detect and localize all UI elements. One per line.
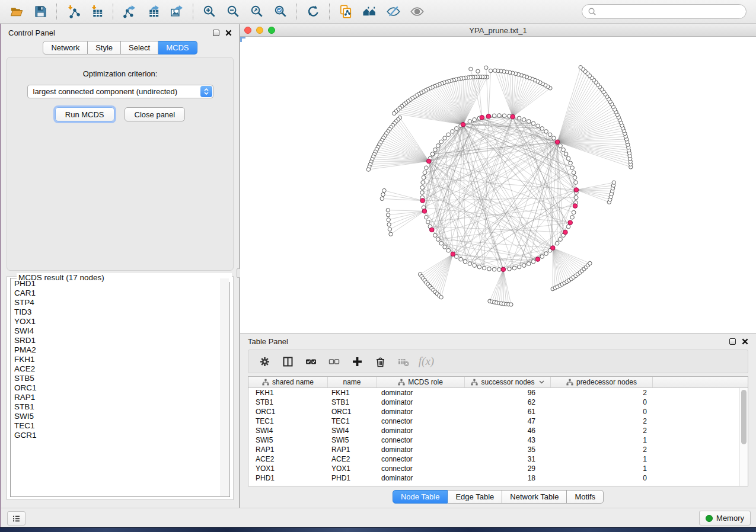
export-network-button[interactable] xyxy=(117,2,141,22)
table-cell: ORC1 xyxy=(328,408,377,416)
mcds-node-item[interactable]: ACE2 xyxy=(14,364,217,374)
table-cell: dominator xyxy=(377,474,465,482)
search-input[interactable] xyxy=(599,7,741,16)
table-cell: TEC1 xyxy=(248,417,328,425)
mcds-node-item[interactable]: CAR1 xyxy=(14,289,217,298)
table-scrollbar[interactable] xyxy=(739,388,748,486)
table-cell: YOX1 xyxy=(328,464,377,473)
table-cell: STB1 xyxy=(248,398,328,406)
table-cell: FKH1 xyxy=(248,389,328,397)
network-graph xyxy=(240,37,755,332)
float-panel-icon[interactable] xyxy=(213,30,219,36)
mcds-node-item[interactable]: SRD1 xyxy=(14,336,217,345)
mcds-node-item[interactable]: STB1 xyxy=(14,402,217,412)
split-panel-button[interactable] xyxy=(279,352,296,370)
table-cell: 1 xyxy=(551,464,653,473)
table-row[interactable]: RAP1RAP1dominator352 xyxy=(248,445,748,454)
table-cell: dominator xyxy=(377,427,465,435)
tab-mcds[interactable]: MCDS xyxy=(158,41,197,55)
network-window-titlebar[interactable]: YPA_prune.txt_1 xyxy=(240,24,756,37)
table-cell: 0 xyxy=(551,474,653,482)
toolbar-separator xyxy=(296,4,297,20)
column-header-MCDS-role[interactable]: MCDS role xyxy=(377,377,465,387)
hide-columns-button[interactable] xyxy=(325,352,343,370)
table-tab-node-table[interactable]: Node Table xyxy=(393,490,448,504)
delete-column-button[interactable] xyxy=(371,352,389,370)
export-table-button[interactable] xyxy=(141,2,165,22)
zoom-selected-button[interactable] xyxy=(269,2,292,22)
table-tab-edge-table[interactable]: Edge Table xyxy=(448,490,502,504)
table-tab-motifs[interactable]: Motifs xyxy=(567,490,604,504)
open-file-button[interactable] xyxy=(5,2,28,22)
mcds-node-item[interactable]: ORC1 xyxy=(14,383,217,393)
show-all-button[interactable] xyxy=(405,2,429,22)
mcds-node-item[interactable]: YOX1 xyxy=(14,317,217,326)
table-row[interactable]: YOX1YOX1connector291 xyxy=(248,464,748,473)
zoom-fit-button[interactable] xyxy=(245,2,269,22)
task-history-button[interactable] xyxy=(7,511,25,525)
mcds-node-item[interactable]: RAP1 xyxy=(14,393,217,402)
result-scrollbar[interactable] xyxy=(221,278,229,496)
hide-selected-button[interactable] xyxy=(381,2,405,22)
close-table-panel-icon[interactable] xyxy=(742,338,748,345)
current-network-indicator xyxy=(240,37,245,42)
export-image-button[interactable] xyxy=(165,2,189,22)
table-row[interactable]: SWI4SWI4dominator462 xyxy=(248,426,748,435)
table-cell: dominator xyxy=(377,398,465,406)
table-cell: 1 xyxy=(551,436,653,444)
mcds-node-item[interactable]: SWI4 xyxy=(14,326,217,336)
mcds-result-list[interactable]: PHD1CAR1STP4TID3YOX1SWI4SRD1PMA2FKH1ACE2… xyxy=(11,278,220,496)
zoom-out-button[interactable] xyxy=(221,2,245,22)
show-columns-button[interactable] xyxy=(302,352,320,370)
table-row[interactable]: TEC1TEC1connector472 xyxy=(248,416,748,426)
mcds-node-item[interactable]: STB5 xyxy=(14,374,217,383)
mcds-node-item[interactable]: TID3 xyxy=(14,307,217,317)
tab-select[interactable]: Select xyxy=(121,41,158,55)
mcds-node-item[interactable]: STP4 xyxy=(14,298,217,307)
float-table-panel-icon[interactable] xyxy=(729,338,736,345)
table-row[interactable]: PHD1PHD1dominator180 xyxy=(248,473,748,483)
table-cell: 2 xyxy=(551,446,653,454)
column-header-name[interactable]: name xyxy=(328,377,377,387)
tab-style[interactable]: Style xyxy=(88,41,121,55)
network-canvas[interactable] xyxy=(240,37,756,332)
column-header-predecessor-nodes[interactable]: predecessor nodes xyxy=(551,377,653,387)
table-row[interactable]: STB1STB1dominator620 xyxy=(248,398,748,407)
save-session-button[interactable] xyxy=(28,2,52,22)
search-box[interactable] xyxy=(582,4,747,19)
criterion-dropdown[interactable]: largest connected component (undirected) xyxy=(27,85,213,98)
table-row[interactable]: FKH1FKH1dominator962 xyxy=(248,388,748,398)
mcds-node-item[interactable]: PMA2 xyxy=(14,345,217,355)
table-cell: SWI4 xyxy=(248,427,328,435)
memory-button[interactable]: Memory xyxy=(699,511,751,525)
first-neighbors-button[interactable] xyxy=(358,2,381,22)
control-panel-header: Control Panel xyxy=(1,24,239,41)
mcds-node-item[interactable]: TEC1 xyxy=(14,421,217,431)
table-row[interactable]: ACE2ACE2connector311 xyxy=(248,454,748,464)
table-cell: SWI4 xyxy=(328,427,377,435)
import-table-icon xyxy=(90,4,104,19)
mcds-node-item[interactable]: SWI5 xyxy=(14,412,217,421)
close-panel-button[interactable]: Close panel xyxy=(125,107,186,121)
run-mcds-button[interactable]: Run MCDS xyxy=(55,107,114,121)
split-panel-icon xyxy=(282,356,294,367)
table-cell: 2 xyxy=(551,427,653,435)
table-tab-network-table[interactable]: Network Table xyxy=(502,490,567,504)
table-scrollbar-thumb[interactable] xyxy=(741,390,747,444)
close-panel-icon[interactable] xyxy=(225,30,232,36)
column-header-shared-name[interactable]: shared name xyxy=(248,377,328,387)
mcds-node-item[interactable]: PHD1 xyxy=(14,279,217,289)
table-row[interactable]: SWI5SWI5connector431 xyxy=(248,435,748,445)
import-table-button[interactable] xyxy=(85,2,109,22)
refresh-layout-button[interactable] xyxy=(301,2,325,22)
tab-network[interactable]: Network xyxy=(43,41,88,55)
mcds-node-item[interactable]: FKH1 xyxy=(14,355,217,364)
import-network-button[interactable] xyxy=(61,2,85,22)
mcds-node-item[interactable]: GCR1 xyxy=(14,431,217,440)
table-settings-button[interactable] xyxy=(256,352,273,370)
table-row[interactable]: ORC1ORC1dominator610 xyxy=(248,407,748,416)
column-header-successor-nodes[interactable]: successor nodes xyxy=(465,377,551,387)
zoom-in-button[interactable] xyxy=(197,2,221,22)
add-column-button[interactable] xyxy=(348,352,366,370)
clone-network-button[interactable] xyxy=(334,2,358,22)
